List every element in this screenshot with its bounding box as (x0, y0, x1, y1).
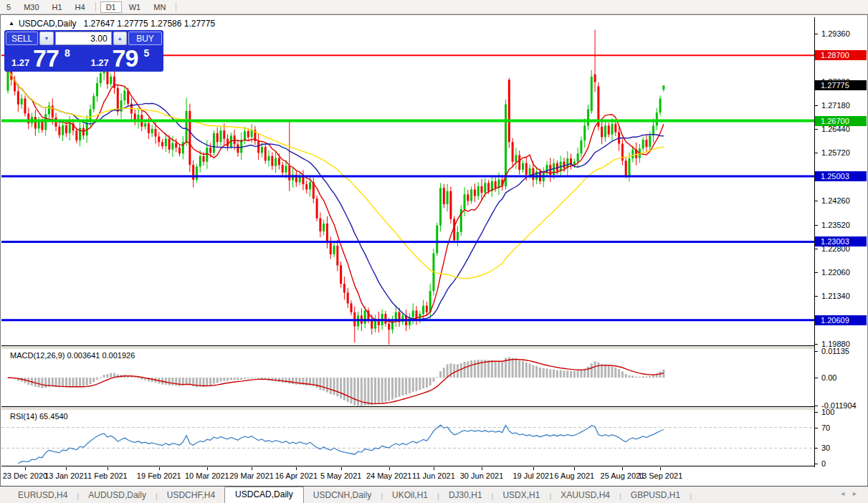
rsi-label: RSI(14) 65.4540 (10, 412, 68, 421)
rsi-line (18, 425, 664, 464)
timeframe-button-mn[interactable]: MN (148, 1, 171, 13)
price-axis[interactable]: 1.293601.286401.279001.271801.264401.257… (814, 17, 867, 467)
date-axis-label: 13 Sep 2021 (638, 471, 682, 480)
rsi-pane[interactable] (1, 410, 814, 466)
tab-usdcad-daily[interactable]: USDCAD,Daily (224, 487, 304, 503)
price-axis-tick (815, 153, 818, 153)
date-axis-label: 1 Feb 2021 (87, 471, 128, 480)
rsi-canvas (1, 410, 814, 466)
date-axis-label: 29 Mar 2021 (229, 471, 274, 480)
moving-average-line (8, 70, 664, 279)
tab-scroll-right-icon: ► (852, 490, 864, 497)
price-axis-label: 1.21340 (821, 292, 850, 300)
date-axis-tick (159, 467, 160, 470)
sell-price-display[interactable]: 1.27 77 8 (6, 47, 83, 70)
macd-label: MACD(12,26,9) 0.003641 0.001926 (10, 351, 135, 360)
date-axis[interactable]: 23 Dec 202013 Jan 20211 Feb 202119 Feb 2… (1, 467, 867, 484)
date-axis-label: 23 Dec 2020 (3, 471, 47, 480)
macd-main-value: 0.003641 (67, 351, 100, 360)
price-badge: 1.25003 (815, 171, 867, 181)
timeframe-toolbar: 5 M30 H1 H4 D1 W1 MN (0, 0, 868, 14)
candlestick-series (7, 30, 665, 345)
sell-price-prefix: 1.27 (11, 57, 29, 68)
rsi-axis-tick (815, 428, 818, 428)
timeframe-button-h1[interactable]: H1 (47, 1, 68, 13)
pane-divider (1, 466, 867, 466)
price-axis-tick (815, 105, 818, 106)
timeframe-button-m30[interactable]: M30 (18, 1, 44, 13)
tab-xauusd-h4[interactable]: XAUUSD,H4 (551, 488, 619, 503)
rsi-axis-tick (815, 464, 818, 464)
tab-dj30-h1[interactable]: DJ30,H1 (439, 488, 492, 503)
chart-symbol-title: USDCAD,Daily (19, 19, 77, 29)
tab-usdcnh-daily[interactable]: USDCNH,Daily (304, 488, 381, 503)
timeframe-button-h4[interactable]: H4 (70, 1, 91, 13)
trading-platform-window: 5 M30 H1 H4 D1 W1 MN 1.293601.286401.279… (0, 0, 868, 503)
price-axis-label: 1.23520 (821, 221, 850, 229)
rsi-axis-label: 30 (821, 444, 830, 452)
price-axis-tick (815, 249, 818, 249)
toolbar-separator (95, 2, 96, 11)
volume-increase-button[interactable]: ▲ (113, 32, 127, 45)
chart-symbol-header: ▲USDCAD,Daily1.27647 1.27775 1.27586 1.2… (9, 19, 215, 29)
tab-scroll-left-icon: ◄ (839, 490, 852, 497)
date-axis-tick (533, 467, 534, 470)
date-axis-label: 19 Feb 2021 (137, 471, 181, 480)
tab-usdx-h1[interactable]: USDX,H1 (493, 488, 549, 503)
tab-audusd-daily[interactable]: AUDUSD,Daily (79, 488, 156, 503)
volume-input[interactable] (55, 32, 112, 45)
buy-price-pips: 79 (113, 44, 138, 72)
timeframe-button-m5[interactable]: 5 (1, 1, 16, 13)
date-axis-tick (296, 467, 297, 470)
moving-average-line (8, 70, 664, 320)
rsi-axis-label: 70 (821, 423, 830, 432)
price-axis-tick (815, 296, 818, 297)
date-axis-tick (66, 467, 67, 470)
macd-axis-tick (815, 378, 818, 378)
volume-decrease-button[interactable]: ▼ (39, 32, 53, 45)
rsi-value: 65.4540 (39, 412, 68, 421)
date-axis-tick (108, 467, 108, 470)
buy-button[interactable]: BUY (128, 32, 162, 45)
price-badge: 1.27775 (815, 80, 867, 90)
price-axis-tick (815, 225, 818, 226)
macd-axis-label: 0.01135 (821, 347, 849, 355)
price-badge: 1.26700 (815, 116, 867, 126)
rsi-axis-label: 100 (821, 408, 834, 416)
tab-gbpusd-h1[interactable]: GBPUSD,H1 (621, 488, 690, 503)
tab-eurusd-h4[interactable]: EURUSD,H4 (9, 488, 77, 503)
date-axis-tick (660, 467, 661, 470)
sell-button[interactable]: SELL (6, 32, 38, 45)
price-axis-tick (815, 344, 818, 345)
price-badge: 1.23003 (815, 236, 867, 246)
chart-tab-bar: EURUSD,H4| AUDUSD,Daily| USDCHF,H4 USDCA… (0, 486, 868, 503)
macd-signal-line (8, 359, 664, 403)
date-axis-label: 11 Jun 2021 (412, 471, 455, 480)
buy-price-point: 5 (144, 47, 150, 59)
date-axis-label: 30 Jun 2021 (460, 471, 504, 480)
macd-histogram (7, 357, 665, 406)
tab-usdchf-h4[interactable]: USDCHF,H4 (158, 488, 224, 503)
date-axis-tick (341, 467, 342, 470)
macd-axis-tick (815, 406, 818, 406)
date-axis-label: 19 Jul 2021 (512, 471, 553, 480)
date-axis-tick (434, 467, 434, 470)
price-axis-label: 1.26440 (821, 125, 850, 133)
buy-price-display[interactable]: 1.27 79 5 (85, 47, 163, 70)
timeframe-button-w1[interactable]: W1 (123, 1, 147, 13)
tab-scroll-arrows[interactable]: ◄► (839, 490, 864, 497)
date-axis-label: 24 May 2021 (366, 471, 412, 480)
date-axis-tick (207, 467, 208, 470)
price-axis-label: 1.27180 (821, 101, 850, 110)
chart-expand-icon[interactable]: ▲ (9, 20, 14, 27)
sell-price-point: 8 (65, 47, 70, 59)
toolbar-separator (176, 2, 176, 11)
date-axis-tick (482, 467, 482, 470)
macd-axis-label: 0.00 (821, 373, 836, 382)
date-axis-tick (25, 467, 26, 470)
timeframe-button-d1[interactable]: D1 (100, 1, 122, 13)
price-axis-tick (815, 272, 818, 273)
price-axis-tick (815, 34, 818, 34)
tab-ukoil-h1[interactable]: UKOil,H1 (383, 488, 437, 503)
macd-signal-value: 0.001926 (102, 351, 135, 360)
